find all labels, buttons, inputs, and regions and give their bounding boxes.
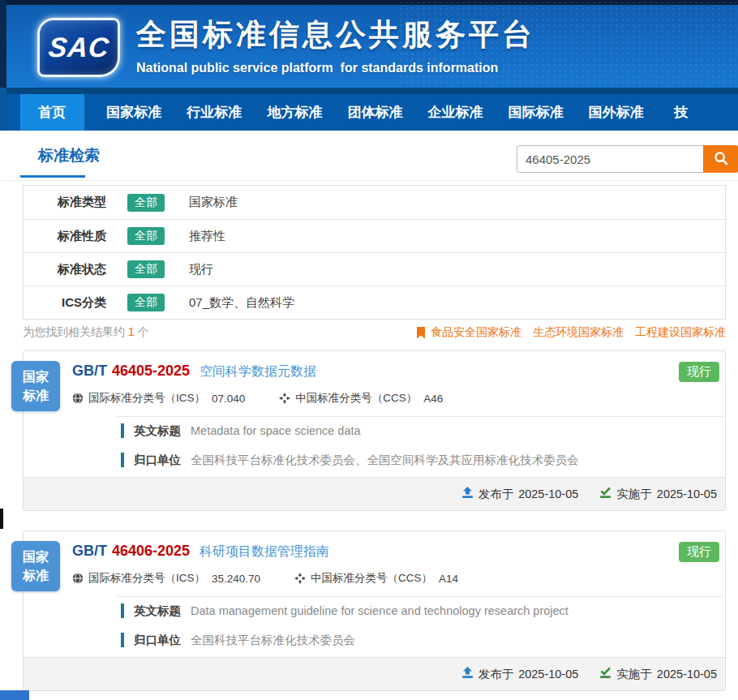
code-prefix: GB/T (72, 363, 107, 379)
compass-icon (279, 393, 290, 404)
national-standard-ribbon: 国家 标准 (11, 361, 60, 411)
ribbon-text: 国家 (23, 367, 49, 386)
status-badge: 现行 (679, 362, 719, 382)
committee-label: 归口单位 (134, 633, 181, 648)
result-count-suffix: 个 (138, 325, 149, 338)
magnifier-icon (714, 151, 728, 168)
filter-all-badge[interactable]: 全部 (127, 194, 165, 212)
committee-row: 归口单位 全国科技平台标准化技术委员会、全国空间科学及其应用标准化技术委员会 (121, 452, 579, 468)
filter-option[interactable]: 07_数学、自然科学 (189, 295, 294, 311)
committee-value: 全国科技平台标准化技术委员会 (191, 633, 355, 648)
quick-links: 食品安全国家标准 生态环境国家标准 工程建设国家标准 (416, 325, 726, 340)
page: SAC 全国标准信息公共服务平台 National public service… (0, 0, 738, 700)
search-button[interactable] (703, 145, 738, 173)
english-title-row: 英文标题 Metadata for space science data (121, 423, 361, 439)
publish-date: 2025-10-05 (518, 487, 578, 500)
implement-label: 实施于 (616, 487, 652, 502)
ccs-label: 中国标准分类号（CCS） (295, 391, 417, 406)
site-title: 全国标准信息公共服务平台 (136, 15, 535, 55)
code-prefix: GB/T (72, 543, 107, 559)
filter-row-standard-type: 标准类型 全部 国家标准 (24, 186, 725, 219)
nav-item-industry-standards[interactable]: 行业标准 (174, 94, 255, 131)
nav-item-technical[interactable]: 技 (656, 94, 738, 131)
ccs-value: A14 (439, 573, 458, 585)
globe-icon (72, 393, 84, 404)
english-title-value: Data management guideline for science an… (191, 604, 569, 617)
result-count-prefix: 为您找到相关结果约 (23, 325, 125, 338)
publish-date: 2025-10-05 (518, 668, 578, 681)
tab-underline (20, 175, 85, 178)
nav-top-strip (0, 88, 738, 94)
site-subtitle: National public service platform for sta… (136, 61, 535, 75)
code-number: 46405-2025 (112, 363, 190, 379)
filter-row-standard-nature: 标准性质 全部 推荐性 (24, 219, 725, 252)
filter-all-badge[interactable]: 全部 (127, 294, 165, 311)
implement-date: 2025-10-05 (657, 487, 717, 500)
tick-bar (121, 423, 124, 438)
filter-all-badge[interactable]: 全部 (127, 260, 165, 278)
card-title-row: GB/T46406-2025 科研项目数据管理指南 (72, 543, 329, 560)
nav-item-foreign-standards[interactable]: 国外标准 (576, 94, 656, 131)
national-standard-ribbon: 国家 标准 (11, 541, 60, 591)
divider (117, 416, 723, 417)
standard-card: 国家 标准 GB/T46405-2025 空间科学数据元数据 现行 国际标准分类… (23, 350, 726, 511)
tick-bar (121, 633, 124, 647)
nav-item-enterprise-standards[interactable]: 企业标准 (415, 94, 496, 131)
card-footer: 发布于 2025-10-05 实施于 2025-10-05 (24, 657, 725, 690)
tab-standard-search[interactable]: 标准检索 (38, 145, 100, 166)
filter-label: ICS分类 (35, 295, 106, 311)
card-footer: 发布于 2025-10-05 实施于 2025-10-05 (24, 477, 725, 510)
quick-link-engineering[interactable]: 工程建设国家标准 (635, 325, 726, 340)
results-bar: 为您找到相关结果约1个 食品安全国家标准 生态环境国家标准 工程建设国家标准 (0, 323, 738, 346)
filter-row-standard-status: 标准状态 全部 现行 (24, 252, 725, 286)
standard-code-link[interactable]: GB/T46405-2025 (72, 363, 190, 380)
filter-label: 标准状态 (35, 262, 106, 277)
standard-code-link[interactable]: GB/T46406-2025 (72, 543, 190, 560)
search-input[interactable] (517, 145, 703, 173)
filter-option[interactable]: 国家标准 (189, 195, 238, 210)
filter-row-ics-category: ICS分类 全部 07_数学、自然科学 (24, 286, 725, 319)
nav-item-international-standards[interactable]: 国际标准 (496, 94, 576, 131)
header-edge (0, 0, 6, 88)
nav-item-group-standards[interactable]: 团体标准 (335, 94, 415, 131)
filter-label: 标准类型 (35, 195, 106, 210)
search-group (517, 145, 738, 173)
tick-bar (121, 603, 124, 618)
filter-option[interactable]: 推荐性 (189, 229, 225, 244)
check-icon (599, 667, 611, 681)
divider (117, 596, 723, 597)
upload-icon (461, 667, 474, 681)
ics-label: 国际标准分类号（ICS） (88, 391, 205, 406)
standard-title-link[interactable]: 空间科学数据元数据 (200, 363, 316, 380)
publish-label: 发布于 (478, 487, 514, 502)
ics-value: 07.040 (212, 393, 245, 405)
ribbon-text: 标准 (23, 386, 49, 405)
code-number: 46406-2025 (112, 543, 190, 559)
publish-label: 发布于 (478, 667, 514, 682)
search-section: 标准检索 (0, 131, 738, 181)
bookmark-icon (416, 327, 426, 339)
check-icon (599, 487, 611, 501)
nav-item-national-standards[interactable]: 国家标准 (94, 94, 174, 131)
ribbon-text: 标准 (23, 566, 49, 585)
committee-row: 归口单位 全国科技平台标准化技术委员会 (121, 632, 355, 648)
globe-icon (72, 573, 84, 584)
quick-link-food-safety[interactable]: 食品安全国家标准 (431, 325, 521, 340)
status-badge: 现行 (679, 542, 719, 562)
english-title-value: Metadata for space science data (191, 424, 361, 437)
ribbon-text: 国家 (23, 548, 49, 566)
standard-title-link[interactable]: 科研项目数据管理指南 (200, 543, 329, 560)
compass-icon (294, 573, 306, 584)
nav-item-local-standards[interactable]: 地方标准 (255, 94, 335, 131)
sac-logo-text: SAC (47, 32, 111, 63)
quick-link-eco-environment[interactable]: 生态环境国家标准 (533, 325, 624, 340)
filter-all-badge[interactable]: 全部 (127, 227, 165, 245)
nav-item-home[interactable]: 首页 (20, 94, 84, 131)
english-title-label: 英文标题 (134, 603, 181, 619)
implement-date: 2025-10-05 (657, 668, 717, 681)
sac-logo[interactable]: SAC (37, 18, 120, 77)
filter-option[interactable]: 现行 (189, 262, 213, 277)
site-header: SAC 全国标准信息公共服务平台 National public service… (0, 0, 738, 88)
upload-icon (461, 487, 474, 501)
implement-date-group: 实施于 2025-10-05 (599, 487, 717, 502)
